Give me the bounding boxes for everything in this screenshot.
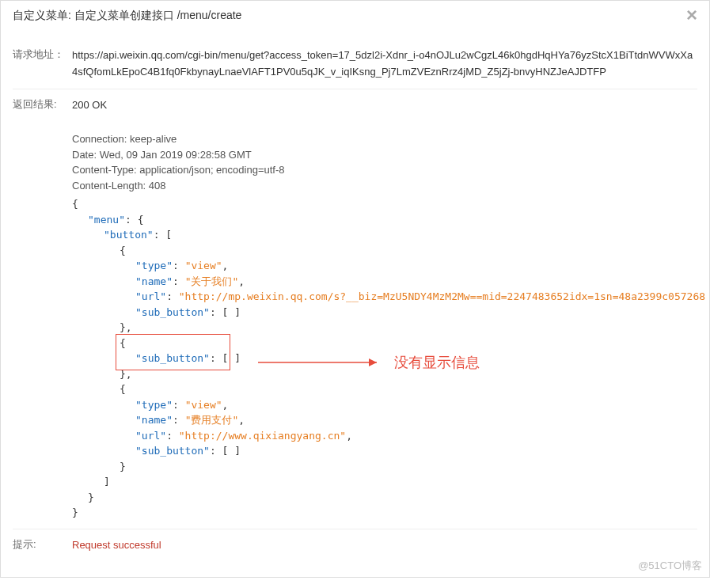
json-key: "url"	[135, 430, 166, 442]
hint-label: 提示:	[13, 537, 72, 554]
response-label: 返回结果:	[13, 97, 72, 521]
close-icon[interactable]: ×	[686, 6, 697, 25]
json-empty-array: [ ]	[222, 306, 241, 318]
json-empty-array: [ ]	[222, 445, 241, 457]
header-connection: Connection: keep-alive	[72, 131, 705, 147]
json-string: "http://www.qixiangyang.cn"	[179, 430, 346, 442]
json-key: "button"	[104, 229, 154, 241]
json-string: "view"	[185, 260, 222, 271]
hint-text: Request successful	[72, 537, 697, 554]
json-key: "type"	[135, 399, 173, 411]
json-key: "sub_button"	[135, 352, 210, 364]
json-string: "费用支付"	[185, 414, 239, 426]
dialog-title: 自定义菜单: 自定义菜单创建接口 /menu/create	[13, 9, 241, 21]
header-content-length: Content-Length: 408	[72, 178, 705, 194]
json-string: "关于我们"	[185, 275, 239, 287]
json-key: "menu"	[88, 214, 125, 226]
header-content-type: Content-Type: application/json; encoding…	[72, 162, 705, 178]
response-status: 200 OK	[72, 97, 705, 114]
request-url-label: 请求地址：	[13, 47, 72, 81]
json-key: "name"	[135, 414, 173, 426]
request-row: 请求地址： https://api.weixin.qq.com/cgi-bin/…	[13, 40, 697, 89]
json-body: { "menu": { "button": [ { "type": "view"…	[72, 196, 705, 521]
json-key: "name"	[135, 275, 173, 287]
dialog-content: 请求地址： https://api.weixin.qq.com/cgi-bin/…	[1, 32, 709, 577]
json-string: "http://mp.weixin.qq.com/s?__biz=MzU5NDY…	[179, 290, 705, 302]
response-body: 200 OK Connection: keep-alive Date: Wed,…	[72, 97, 705, 521]
response-headers: Connection: keep-alive Date: Wed, 09 Jan…	[72, 131, 705, 193]
json-key: "sub_button"	[135, 306, 210, 318]
json-key: "url"	[135, 290, 166, 302]
json-key: "sub_button"	[135, 445, 210, 457]
json-empty-array: [ ]	[222, 352, 241, 364]
json-brace: {	[72, 196, 705, 212]
api-debug-dialog: 自定义菜单: 自定义菜单创建接口 /menu/create × 请求地址： ht…	[0, 0, 710, 578]
hint-row: 提示: Request successful	[13, 529, 697, 562]
json-key: "type"	[135, 260, 173, 271]
dialog-header: 自定义菜单: 自定义菜单创建接口 /menu/create ×	[1, 1, 709, 32]
header-date: Date: Wed, 09 Jan 2019 09:28:58 GMT	[72, 147, 705, 163]
response-row: 返回结果: 200 OK Connection: keep-alive Date…	[13, 89, 697, 529]
json-string: "view"	[185, 399, 222, 411]
request-url-value: https://api.weixin.qq.com/cgi-bin/menu/g…	[72, 47, 697, 81]
